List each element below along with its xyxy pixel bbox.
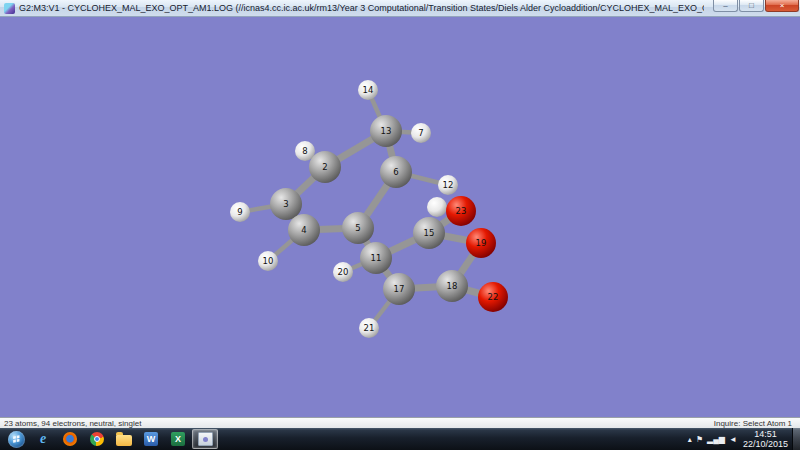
screen: G2:M3:V1 - CYCLOHEX_MAL_EXO_OPT_AM1.LOG … (0, 0, 800, 450)
status-bar: 23 atoms, 94 electrons, neutral, singlet… (0, 417, 800, 428)
chrome-glyph (90, 432, 104, 446)
network-icon[interactable]: ▂▄▆ (707, 435, 725, 444)
word-icon[interactable]: W (138, 429, 164, 449)
word-glyph: W (144, 432, 158, 446)
status-right: Inquire: Select Atom 1 (714, 419, 792, 428)
folder-glyph (116, 435, 132, 446)
taskbar-icons: eWX (0, 428, 218, 450)
atom-label-7: 7 (418, 128, 423, 138)
explorer-folder-icon[interactable] (111, 429, 137, 449)
atom-label-3: 3 (283, 199, 288, 209)
atom-label-12: 12 (443, 180, 454, 190)
excel-icon[interactable]: X (165, 429, 191, 449)
atom-label-5: 5 (355, 223, 360, 233)
atom-label-23: 23 (456, 206, 467, 216)
system-tray: ▴⚑▂▄▆◄ 14:51 22/10/2015 (688, 428, 800, 450)
chrome-icon[interactable] (84, 429, 110, 449)
window-titlebar[interactable]: G2:M3:V1 - CYCLOHEX_MAL_EXO_OPT_AM1.LOG … (0, 0, 800, 17)
molecule-viewport[interactable]: 1413782612394105231915112017182221 (0, 17, 800, 417)
show-desktop-button[interactable] (792, 428, 800, 450)
atom-label-22: 22 (488, 292, 499, 302)
atom-label-19: 19 (476, 238, 487, 248)
atom-label-21: 21 (364, 323, 375, 333)
volume-icon[interactable]: ◄ (729, 435, 737, 444)
gaussview-taskbar-button[interactable] (192, 429, 218, 449)
atom-label-4: 4 (301, 225, 306, 235)
maximize-button[interactable]: □ (739, 0, 764, 12)
atom-label-6: 6 (393, 167, 398, 177)
ie-glyph: e (40, 431, 46, 447)
hidden-icons-button[interactable]: ▴ (688, 435, 692, 444)
atom-label-2: 2 (322, 162, 327, 172)
clock-time: 14:51 (743, 429, 788, 439)
minimize-button[interactable]: – (713, 0, 738, 12)
taskbar: eWX ▴⚑▂▄▆◄ 14:51 22/10/2015 (0, 428, 800, 450)
window-controls: –□× (712, 0, 799, 12)
atom-16[interactable] (427, 197, 447, 217)
atom-label-17: 17 (394, 284, 405, 294)
app-icon (4, 3, 15, 14)
atom-label-13: 13 (381, 126, 392, 136)
firefox-glyph (63, 432, 77, 446)
atom-label-18: 18 (447, 281, 458, 291)
status-left: 23 atoms, 94 electrons, neutral, singlet (4, 419, 141, 428)
atom-label-8: 8 (302, 146, 307, 156)
internet-explorer-icon[interactable]: e (30, 429, 56, 449)
atom-label-9: 9 (237, 207, 242, 217)
excel-glyph: X (171, 432, 185, 446)
clock[interactable]: 14:51 22/10/2015 (743, 429, 788, 449)
start-button[interactable] (3, 429, 29, 449)
gaussview-glyph (198, 432, 213, 446)
firefox-icon[interactable] (57, 429, 83, 449)
atom-label-15: 15 (424, 228, 435, 238)
atom-label-10: 10 (263, 256, 274, 266)
atom-label-11: 11 (371, 253, 382, 263)
tray-icons: ▴⚑▂▄▆◄ (688, 435, 737, 444)
molecule-canvas[interactable]: 1413782612394105231915112017182221 (0, 17, 800, 417)
clock-date: 22/10/2015 (743, 439, 788, 449)
close-button[interactable]: × (765, 0, 799, 12)
action-center-icon[interactable]: ⚑ (696, 435, 703, 444)
atom-label-14: 14 (363, 85, 374, 95)
window-title: G2:M3:V1 - CYCLOHEX_MAL_EXO_OPT_AM1.LOG … (19, 3, 704, 13)
start-glyph (8, 431, 25, 448)
atom-label-20: 20 (338, 267, 349, 277)
